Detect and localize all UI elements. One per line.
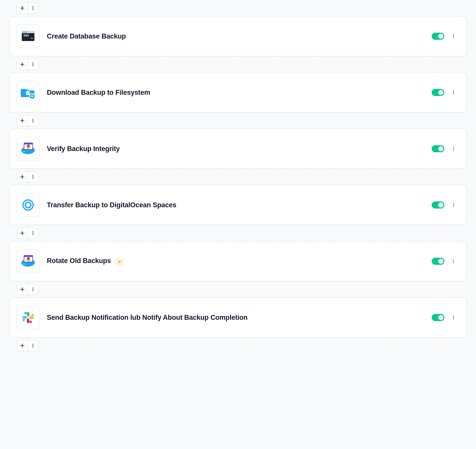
step-toggle[interactable] — [432, 33, 444, 40]
svg-rect-9 — [31, 38, 33, 39]
step-card[interactable]: Rotate Old Backups IF — [9, 241, 467, 281]
step-toggle[interactable] — [432, 201, 444, 209]
svg-point-47 — [24, 264, 25, 265]
svg-point-23 — [32, 119, 33, 120]
add-step-menu-button[interactable] — [28, 228, 38, 238]
slack-icon — [16, 306, 40, 329]
step-menu-button[interactable] — [450, 89, 457, 96]
step-card[interactable]: Transfer Backup to DigitalOcean Spaces — [9, 185, 467, 225]
add-step-group — [17, 340, 38, 351]
svg-point-43 — [453, 206, 454, 207]
svg-rect-49 — [24, 255, 33, 257]
add-step-menu-button[interactable] — [28, 340, 38, 351]
add-step-button[interactable] — [17, 228, 28, 238]
docker-linux-icon — [16, 250, 40, 273]
download-folder-icon — [16, 81, 40, 104]
workflow-container: SSH Create Database Backup — [0, 0, 476, 354]
svg-point-31 — [27, 145, 28, 146]
svg-point-25 — [32, 122, 33, 123]
step-menu-button[interactable] — [450, 33, 457, 39]
svg-point-41 — [453, 203, 454, 204]
add-step-group — [17, 3, 38, 14]
svg-point-45 — [32, 233, 33, 234]
step-card[interactable]: Download Backup to Filesystem — [9, 72, 467, 113]
svg-point-20 — [453, 91, 454, 92]
add-step-menu-button[interactable] — [28, 284, 38, 295]
svg-point-66 — [453, 319, 454, 320]
add-step-button[interactable] — [17, 172, 28, 182]
step-actions — [432, 145, 457, 152]
step-title: Rotate Old Backups — [47, 257, 111, 265]
step-card[interactable]: SSH Create Database Backup — [9, 16, 467, 56]
svg-text:SSH: SSH — [24, 34, 29, 37]
svg-point-34 — [453, 148, 454, 149]
step-toggle[interactable] — [432, 89, 444, 96]
svg-point-55 — [453, 261, 454, 262]
add-step-row — [9, 169, 467, 185]
step-actions — [432, 201, 457, 209]
svg-point-24 — [32, 120, 33, 121]
step-actions — [432, 258, 457, 265]
digitalocean-icon — [16, 193, 40, 217]
add-step-row — [9, 56, 467, 72]
svg-rect-18 — [28, 93, 28, 94]
step-card[interactable]: Send Backup Notification lub Notify Abou… — [9, 297, 467, 338]
add-step-menu-button[interactable] — [28, 59, 38, 70]
add-step-button[interactable] — [17, 59, 28, 70]
add-step-group — [17, 59, 38, 70]
add-step-menu-button[interactable] — [28, 172, 38, 182]
step-menu-button[interactable] — [450, 258, 457, 264]
svg-point-59 — [32, 290, 33, 291]
svg-point-42 — [453, 204, 454, 205]
svg-point-54 — [453, 259, 454, 260]
add-step-row — [9, 113, 467, 129]
svg-point-2 — [32, 9, 33, 10]
step-title: Send Backup Notification lub Notify Abou… — [47, 314, 248, 322]
svg-point-15 — [32, 65, 33, 66]
svg-point-58 — [32, 289, 33, 290]
step-toggle[interactable] — [432, 145, 444, 152]
if-condition-badge: IF — [115, 258, 124, 266]
svg-point-46 — [32, 234, 33, 235]
svg-point-0 — [32, 6, 33, 7]
step-menu-button[interactable] — [450, 314, 457, 321]
svg-point-65 — [453, 317, 454, 318]
add-step-group — [17, 228, 38, 239]
step-title: Download Backup to Filesystem — [47, 89, 150, 97]
add-step-menu-button[interactable] — [28, 115, 38, 126]
step-toggle[interactable] — [432, 314, 444, 321]
step-title: Create Database Backup — [47, 32, 126, 40]
add-step-group — [17, 115, 38, 126]
svg-point-68 — [32, 345, 33, 346]
add-step-menu-button[interactable] — [28, 3, 38, 13]
add-step-button[interactable] — [17, 340, 28, 351]
svg-point-67 — [32, 344, 33, 345]
svg-point-44 — [32, 231, 33, 232]
step-card[interactable]: Verify Backup Integrity — [9, 129, 467, 169]
step-toggle[interactable] — [432, 258, 444, 265]
add-step-row — [9, 225, 467, 241]
svg-rect-60 — [27, 312, 29, 316]
docker-linux-icon — [16, 137, 40, 160]
svg-point-14 — [32, 64, 33, 65]
svg-point-6 — [24, 32, 25, 32]
svg-point-56 — [453, 262, 454, 263]
svg-point-13 — [32, 63, 33, 64]
step-menu-button[interactable] — [450, 146, 457, 152]
svg-point-35 — [453, 150, 454, 151]
svg-point-33 — [453, 147, 454, 148]
step-title: Verify Backup Integrity — [47, 145, 120, 153]
add-step-button[interactable] — [17, 115, 28, 126]
add-step-button[interactable] — [17, 284, 28, 295]
add-step-button[interactable] — [17, 3, 28, 13]
svg-point-39 — [23, 200, 33, 210]
add-step-row — [9, 0, 467, 16]
svg-point-37 — [32, 176, 33, 177]
step-menu-button[interactable] — [450, 202, 457, 208]
add-step-row — [9, 338, 467, 354]
step-actions — [432, 33, 457, 40]
add-step-group — [17, 171, 38, 182]
svg-point-11 — [453, 36, 454, 37]
svg-point-10 — [453, 34, 454, 35]
step-actions — [432, 314, 457, 321]
